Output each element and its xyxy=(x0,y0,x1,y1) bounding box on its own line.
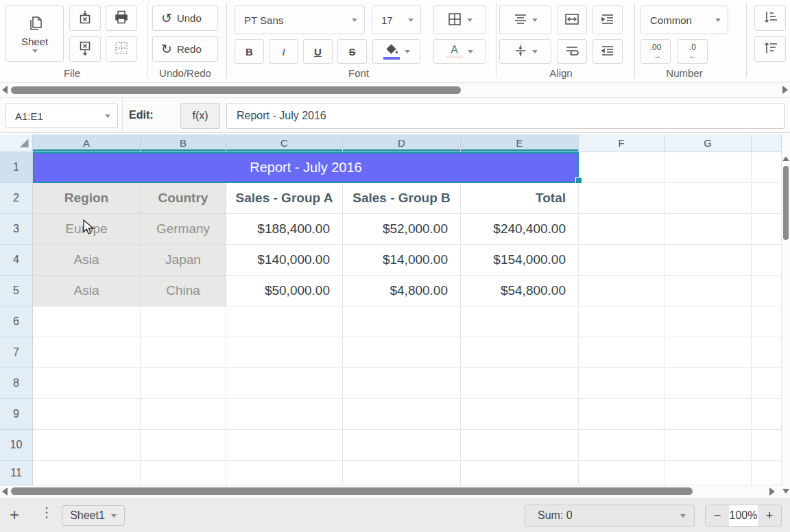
cell[interactable] xyxy=(579,368,665,399)
cell-region[interactable]: Asia xyxy=(33,276,141,306)
cell[interactable] xyxy=(665,430,752,461)
cell[interactable] xyxy=(226,337,343,368)
cell[interactable] xyxy=(752,430,782,461)
column-header-g[interactable]: G xyxy=(665,134,752,152)
sheet-menu-button[interactable]: Sheet xyxy=(5,5,64,62)
column-header-a[interactable]: A xyxy=(33,134,141,152)
indent-increase-button[interactable] xyxy=(592,5,623,34)
cell[interactable] xyxy=(33,461,141,485)
cell[interactable] xyxy=(226,430,343,461)
font-color-button[interactable]: A xyxy=(433,39,486,64)
row-header-9[interactable]: 9 xyxy=(0,399,33,430)
cell-a1-merged-title[interactable]: Report - July 2016 xyxy=(33,152,579,183)
cell-group-a-header[interactable]: Sales - Group A xyxy=(226,183,343,214)
column-header-e[interactable]: E xyxy=(461,134,579,152)
row-header-5[interactable]: 5 xyxy=(0,276,33,306)
row-header-8[interactable]: 8 xyxy=(0,368,33,399)
bold-button[interactable]: B xyxy=(235,39,264,64)
cell[interactable] xyxy=(33,368,141,399)
row-header-10[interactable]: 10 xyxy=(0,430,33,461)
cell[interactable] xyxy=(752,214,782,245)
cell[interactable] xyxy=(33,306,141,337)
cell[interactable] xyxy=(752,152,782,183)
cell-total[interactable]: $240,400.00 xyxy=(461,214,579,245)
cell-sales-a[interactable]: $50,000.00 xyxy=(226,276,343,306)
column-header-c[interactable]: C xyxy=(226,134,343,152)
cell[interactable] xyxy=(226,461,343,485)
cell-sales-b[interactable]: $4,800.00 xyxy=(343,276,461,306)
cell-total[interactable]: $154,000.00 xyxy=(461,245,579,276)
cell[interactable] xyxy=(33,337,141,368)
sheet-menu-kebab-icon[interactable]: ⋮ xyxy=(40,504,53,520)
font-size-select[interactable]: 17 xyxy=(372,5,421,34)
merge-cells-button[interactable] xyxy=(557,5,587,34)
row-header-2[interactable]: 2 xyxy=(0,183,33,214)
cell[interactable] xyxy=(579,183,665,214)
cell[interactable] xyxy=(752,399,782,430)
cell[interactable] xyxy=(579,214,665,245)
column-header-partial[interactable] xyxy=(752,134,782,152)
cell[interactable] xyxy=(579,306,665,337)
underline-button[interactable]: U xyxy=(303,39,333,64)
cell[interactable] xyxy=(579,430,665,461)
excel-import-button[interactable] xyxy=(69,5,101,31)
cell-country[interactable]: Germany xyxy=(141,214,226,245)
cell[interactable] xyxy=(665,152,752,183)
sort-descending-button[interactable] xyxy=(754,36,786,62)
cell[interactable] xyxy=(665,276,752,306)
add-sheet-button[interactable]: + xyxy=(10,505,19,524)
toolbar-scrollbar[interactable] xyxy=(0,82,790,97)
toolbar-scrollbar-thumb[interactable] xyxy=(11,86,461,94)
cell[interactable] xyxy=(461,306,579,337)
cell[interactable] xyxy=(343,368,461,399)
cell-region[interactable]: Europe xyxy=(33,214,141,245)
cell[interactable] xyxy=(226,368,343,399)
cell[interactable] xyxy=(141,461,226,485)
scroll-right-icon[interactable] xyxy=(769,487,775,496)
cell[interactable] xyxy=(665,214,752,245)
zoom-out-button[interactable]: − xyxy=(706,505,729,526)
cell[interactable] xyxy=(226,399,343,430)
cell[interactable] xyxy=(665,337,752,368)
cell[interactable] xyxy=(343,430,461,461)
redo-button[interactable]: ↻ Redo xyxy=(152,36,218,62)
cell[interactable] xyxy=(665,461,752,485)
clear-borders-button[interactable] xyxy=(106,36,137,62)
cell-sales-a[interactable]: $188,400.00 xyxy=(226,214,343,245)
cell-region[interactable]: Asia xyxy=(33,245,141,276)
scroll-up-icon[interactable] xyxy=(782,156,789,161)
sheet-tab[interactable]: Sheet1 xyxy=(62,505,125,526)
cell[interactable] xyxy=(579,152,665,183)
increase-decimals-button[interactable]: .00→ xyxy=(641,39,671,64)
cell-total-header[interactable]: Total xyxy=(461,183,579,214)
wrap-text-button[interactable] xyxy=(557,39,587,64)
vertical-scrollbar[interactable] xyxy=(782,134,790,485)
cell[interactable] xyxy=(141,337,226,368)
grid-scrollbar-thumb[interactable] xyxy=(11,487,693,495)
scroll-right-icon[interactable] xyxy=(782,86,788,94)
vertical-scrollbar-thumb[interactable] xyxy=(783,166,789,240)
sum-select[interactable]: Sum: 0 xyxy=(525,505,695,527)
cell[interactable] xyxy=(141,399,226,430)
cell[interactable] xyxy=(343,461,461,485)
row-header-7[interactable]: 7 xyxy=(0,337,33,368)
cell-country[interactable]: Japan xyxy=(141,245,226,276)
cell[interactable] xyxy=(579,461,665,485)
grid-scrollbar[interactable] xyxy=(0,485,790,498)
indent-decrease-button[interactable] xyxy=(592,39,623,64)
cell-country-header[interactable]: Country xyxy=(141,183,226,214)
cell[interactable] xyxy=(752,337,782,368)
row-header-1[interactable]: 1 xyxy=(0,152,33,183)
cell[interactable] xyxy=(665,399,752,430)
borders-button[interactable] xyxy=(433,5,486,34)
print-button[interactable] xyxy=(106,5,137,31)
row-header-6[interactable]: 6 xyxy=(0,306,33,337)
cell-sales-b[interactable]: $14,000.00 xyxy=(343,245,461,276)
cell[interactable] xyxy=(461,337,579,368)
cell-sales-b[interactable]: $52,000.00 xyxy=(343,214,461,245)
select-all-corner[interactable] xyxy=(0,134,33,152)
cell[interactable] xyxy=(665,368,752,399)
number-format-select[interactable]: Common xyxy=(641,5,728,34)
horizontal-align-button[interactable] xyxy=(499,5,551,34)
cell-country[interactable]: China xyxy=(141,276,226,306)
